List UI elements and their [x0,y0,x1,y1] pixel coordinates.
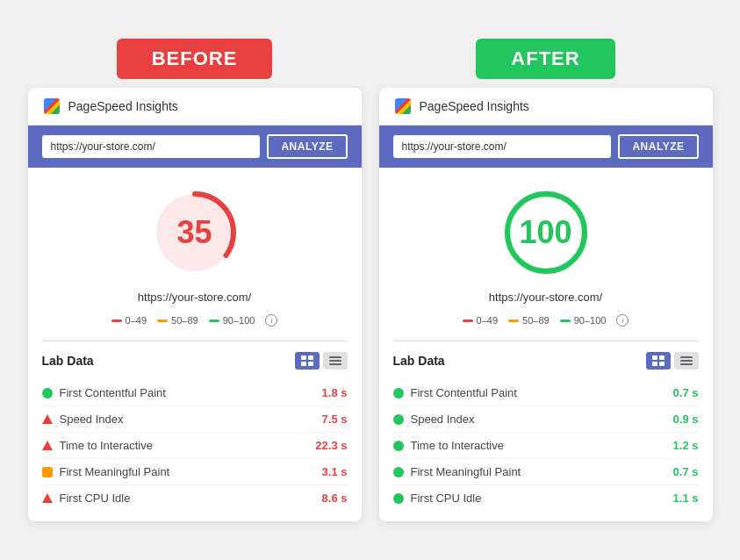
before-metric-1-left: Speed Index [42,413,124,426]
before-lab-header: Lab Data [42,352,348,370]
after-metric-1-indicator [393,414,404,425]
svg-rect-6 [329,356,341,358]
before-metric-4-name: First CPU Idle [60,492,131,505]
before-metric-2-left: Time to Interactive [42,439,153,452]
after-metric-3: First Meaningful Paint 0.7 s [393,459,699,485]
before-metric-2-indicator [42,441,53,450]
svg-rect-7 [329,360,341,362]
before-metric-2-value: 22.3 s [315,439,347,452]
after-score-section: 100 https://your-store.com/ 0–49 50–89 9… [379,168,713,341]
after-metric-4-value: 1.1 s [673,492,699,505]
after-metric-3-indicator [393,467,404,477]
before-legend-orange: 50–89 [157,315,198,326]
after-metric-2-left: Time to Interactive [393,439,504,452]
after-metric-0-left: First Contentful Paint [393,386,517,399]
after-legend-red-label: 0–49 [477,315,498,326]
legend-red-dot [111,319,122,322]
before-score-circle: 35 [151,189,239,276]
after-legend-orange-dot [508,319,519,322]
after-metric-0-indicator [393,388,404,398]
svg-rect-11 [652,355,657,360]
svg-rect-16 [680,360,693,362]
after-metric-4: First CPU Idle 1.1 s [393,485,699,511]
before-metric-1-indicator [42,414,53,424]
after-metric-1-value: 0.9 s [673,413,699,426]
before-lab-data: Lab Data [28,341,362,521]
before-info-icon[interactable]: i [265,314,277,327]
after-legend-green-dot [560,319,571,322]
before-url-input[interactable] [42,135,261,158]
after-url-bar: ANALYZE [379,126,713,168]
after-metric-2-value: 1.2 s [673,439,699,452]
after-metric-4-indicator [393,493,404,504]
after-card-header: PageSpeed Insights [379,88,713,126]
after-metric-3-left: First Meaningful Paint [393,465,521,478]
after-lab-title: Lab Data [393,354,445,368]
after-metric-4-name: First CPU Idle [411,492,482,505]
after-metric-3-name: First Meaningful Paint [411,465,521,478]
after-metric-0-name: First Contentful Paint [411,386,517,399]
before-card: PageSpeed Insights ANALYZE 35 https://yo… [28,88,362,521]
after-analyze-button[interactable]: ANALYZE [618,134,698,159]
before-badge: BEFORE [117,39,273,79]
before-legend-green-label: 90–100 [223,315,255,326]
after-metric-2: Time to Interactive 1.2 s [393,433,699,459]
after-metric-1-left: Speed Index [393,413,475,426]
after-legend-orange-label: 50–89 [522,315,550,326]
pagespeed-icon-after [393,97,413,116]
after-metric-0-value: 0.7 s [673,386,699,399]
after-url-input[interactable] [393,135,612,158]
before-metric-0-indicator [42,388,53,398]
after-metric-2-name: Time to Interactive [411,439,504,452]
before-score-section: 35 https://your-store.com/ 0–49 50–89 90… [28,168,362,341]
svg-rect-5 [308,362,313,366]
main-container: BEFORE PageSpeed Insights ANALYZE [28,39,713,521]
svg-rect-17 [680,363,693,365]
before-metric-2: Time to Interactive 22.3 s [42,433,348,459]
svg-rect-2 [301,355,306,360]
before-card-header: PageSpeed Insights [28,88,362,126]
before-legend-red-label: 0–49 [126,315,147,326]
before-legend-red: 0–49 [111,315,147,326]
before-metric-4-left: First CPU Idle [42,492,131,505]
after-legend-green: 90–100 [560,315,607,326]
before-metric-0: First Contentful Paint 1.8 s [42,380,348,406]
before-metric-1: Speed Index 7.5 s [42,406,348,433]
before-analyze-button[interactable]: ANALYZE [267,134,347,159]
before-url-bar: ANALYZE [28,126,362,168]
after-lab-data: Lab Data [379,341,713,521]
before-view-toggle [295,352,348,370]
after-info-icon[interactable]: i [616,314,629,327]
after-legend-orange: 50–89 [508,315,550,326]
after-toggle-list[interactable] [674,352,699,370]
before-metric-2-name: Time to Interactive [60,439,153,452]
before-metric-3-value: 3.1 s [322,465,348,478]
before-metric-4-indicator [42,493,53,503]
svg-rect-12 [659,355,665,360]
before-metric-1-value: 7.5 s [322,413,348,426]
before-lab-title: Lab Data [42,354,94,368]
after-card-title: PageSpeed Insights [420,99,529,113]
after-metric-3-value: 0.7 s [673,465,699,478]
before-metric-3: First Meaningful Paint 3.1 s [42,459,348,485]
svg-rect-13 [652,362,657,366]
svg-rect-14 [659,362,665,366]
after-lab-header: Lab Data [393,352,699,370]
before-score-number: 35 [176,214,212,251]
after-score-url: https://your-store.com/ [489,291,602,304]
before-score-url: https://your-store.com/ [138,291,251,304]
after-legend-green-label: 90–100 [574,315,607,326]
svg-rect-8 [329,363,341,365]
after-toggle-grid[interactable] [646,352,671,370]
before-metric-1-name: Speed Index [60,413,124,426]
before-metric-4: First CPU Idle 8.6 s [42,485,348,511]
after-metric-0: First Contentful Paint 0.7 s [393,380,699,406]
after-legend: 0–49 50–89 90–100 i [463,314,629,327]
after-card: PageSpeed Insights ANALYZE 100 https://y… [379,88,713,521]
before-card-title: PageSpeed Insights [68,99,178,113]
before-toggle-list[interactable] [323,352,348,370]
after-legend-red: 0–49 [463,315,498,326]
before-toggle-grid[interactable] [295,352,320,370]
before-legend: 0–49 50–89 90–100 i [111,314,278,327]
after-view-toggle [646,352,699,370]
